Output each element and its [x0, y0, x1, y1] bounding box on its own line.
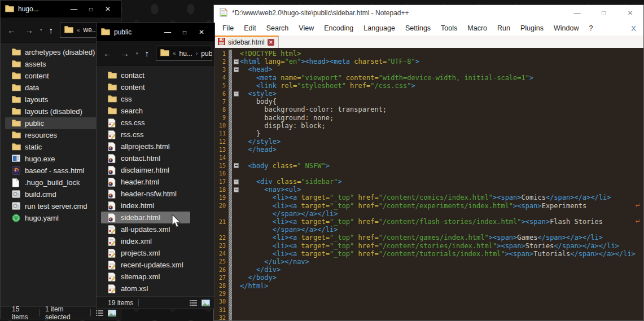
code-line-28[interactable]: 28</html>	[214, 282, 643, 289]
address-bar[interactable]: « hu... › pub	[156, 46, 212, 61]
code-line-31[interactable]: 31	[214, 306, 643, 314]
up-icon[interactable]: ↑	[45, 25, 58, 35]
title-bar[interactable]: *D:\www\web2.0\hugo-site\public\sidebar.…	[214, 5, 643, 21]
file-row[interactable]: search	[101, 105, 190, 117]
code-line-wrap[interactable]: </span></a></li>	[214, 210, 643, 218]
file-row[interactable]: baseof - sass.html	[5, 165, 102, 177]
thumbnail-view-icon[interactable]	[108, 310, 116, 316]
code-line-8[interactable]: 8 background-color: transparent;	[214, 105, 643, 113]
file-row[interactable]: index.xml	[101, 235, 190, 247]
code-line-30[interactable]: 30	[214, 298, 643, 306]
code-line-24[interactable]: 24 <li><a target="_top" href="/content/t…	[214, 250, 643, 258]
thumbnail-view-icon[interactable]	[201, 300, 210, 306]
code-line-27[interactable]: 27 </body>	[214, 274, 643, 282]
code-line-25[interactable]: 25 </ul></nav>	[214, 258, 643, 266]
menu-settings[interactable]: Settings	[400, 24, 436, 32]
code-line-1[interactable]: 1<!DOCTYPE html>	[214, 50, 643, 58]
code-line-26[interactable]: 26 </div>	[214, 266, 643, 274]
fold-collapse-icon[interactable]	[234, 179, 239, 184]
file-row[interactable]: archetypes (disabled)	[5, 46, 102, 58]
code-line-2[interactable]: 2<html lang="en"><head><meta charset="UT…	[214, 58, 643, 65]
file-row[interactable]: rss.css	[101, 129, 190, 140]
tab-sidebar-html[interactable]: sidebar.html ✕	[214, 36, 279, 48]
fold-collapse-icon[interactable]	[234, 67, 239, 72]
forward-icon[interactable]: →	[20, 25, 38, 35]
minimize-button[interactable]: —	[564, 9, 590, 17]
tab-close-icon[interactable]: ✕	[268, 39, 274, 46]
file-row[interactable]: contact	[101, 69, 190, 81]
code-line-12[interactable]: 12 </style>	[214, 138, 643, 146]
details-view-icon[interactable]	[190, 300, 197, 306]
back-icon[interactable]: ←	[99, 49, 116, 58]
file-row[interactable]: data	[5, 82, 102, 94]
menu-view[interactable]: View	[293, 24, 319, 32]
fold-collapse-icon[interactable]	[234, 59, 239, 64]
code-line-17[interactable]: 17 <div class="sidebar">	[214, 178, 643, 186]
menu-language[interactable]: Language	[358, 24, 400, 32]
minimize-button[interactable]: —	[65, 5, 82, 13]
file-row[interactable]: static	[5, 141, 102, 153]
menu-search[interactable]: Search	[261, 24, 294, 32]
title-bar[interactable]: hugo... — □ ✕	[1, 1, 121, 17]
file-row[interactable]: content	[5, 70, 102, 82]
file-row[interactable]: hugo.exe	[5, 153, 102, 165]
chevron-down-icon[interactable]: ▾	[38, 28, 45, 32]
file-row[interactable]: allprojects.html	[101, 140, 190, 152]
code-editor[interactable]: 1<!DOCTYPE html>2<html lang="en"><head><…	[214, 48, 643, 320]
up-icon[interactable]: ↑	[141, 49, 154, 58]
code-line-22[interactable]: 22 <li><a target="_top" href="/content/g…	[214, 234, 643, 241]
file-row[interactable]: index.html	[101, 200, 190, 212]
file-row[interactable]: .hugo_build_lock	[5, 177, 102, 188]
file-row[interactable]: layouts (disabled)	[5, 105, 102, 117]
code-line-7[interactable]: 7 body{	[214, 98, 643, 105]
fold-collapse-icon[interactable]	[234, 187, 239, 192]
fold-collapse-icon[interactable]	[234, 163, 239, 168]
code-line-9[interactable]: 9 background: none;	[214, 114, 643, 122]
code-line-23[interactable]: 23 <li><a target="_top" href="/content/s…	[214, 242, 643, 250]
close-button[interactable]: ✕	[193, 28, 210, 36]
code-line-29[interactable]: 29	[214, 290, 643, 298]
file-row[interactable]: layouts	[5, 94, 102, 105]
menu-help[interactable]: ?	[584, 24, 598, 32]
details-view-icon[interactable]	[96, 310, 103, 316]
maximize-button[interactable]: □	[82, 6, 99, 12]
file-row[interactable]: recent-updates.xml	[101, 259, 190, 271]
close-button[interactable]: ✕	[617, 9, 643, 17]
menu-file[interactable]: File	[217, 24, 239, 32]
document-close-icon[interactable]: X	[631, 24, 640, 33]
file-row[interactable]: sitemap.xml	[101, 271, 190, 283]
code-line-11[interactable]: 11 }	[214, 130, 643, 138]
title-bar[interactable]: public — □ ✕	[97, 23, 214, 41]
menu-window[interactable]: Window	[549, 24, 584, 32]
maximize-button[interactable]: □	[590, 9, 617, 17]
menu-tools[interactable]: Tools	[436, 24, 462, 32]
file-row[interactable]: projects.xml	[101, 247, 190, 259]
menu-plugins[interactable]: Plugins	[515, 24, 549, 32]
file-row[interactable]: assets	[5, 58, 102, 70]
file-row[interactable]: css	[101, 93, 190, 105]
file-row[interactable]: header-nsfw.html	[101, 188, 190, 200]
file-row[interactable]: header.html	[101, 176, 190, 188]
code-line-14[interactable]: 14	[214, 153, 643, 161]
forward-icon[interactable]: →	[116, 49, 134, 58]
menu-macro[interactable]: Macro	[462, 24, 492, 32]
code-line-4[interactable]: 4 <meta name="viewport" content="width=d…	[214, 74, 643, 82]
code-line-16[interactable]: 16	[214, 170, 643, 178]
maximize-button[interactable]: □	[176, 29, 193, 36]
file-row[interactable]: hugo.yaml	[5, 212, 102, 224]
file-row[interactable]: build.cmd	[5, 188, 102, 200]
file-row[interactable]: run test server.cmd	[5, 200, 102, 212]
close-button[interactable]: ✕	[99, 5, 116, 13]
breadcrumb[interactable]: pub	[201, 50, 212, 58]
code-line-6[interactable]: 6 <style>	[214, 90, 643, 98]
menu-encoding[interactable]: Encoding	[319, 24, 358, 32]
code-line-32[interactable]: 32	[214, 314, 643, 320]
code-line-5[interactable]: 5 <link rel="stylesheet" href="/css.css"…	[214, 82, 643, 90]
menu-run[interactable]: Run	[492, 24, 515, 32]
minimize-button[interactable]: —	[159, 28, 176, 36]
file-row[interactable]: resources	[5, 129, 102, 141]
file-row[interactable]: public	[5, 117, 102, 129]
file-row[interactable]: contact.html	[101, 152, 190, 164]
code-line-10[interactable]: 10 display: block;	[214, 122, 643, 130]
code-line-15[interactable]: 15 <body class=" NSFW">	[214, 162, 643, 170]
